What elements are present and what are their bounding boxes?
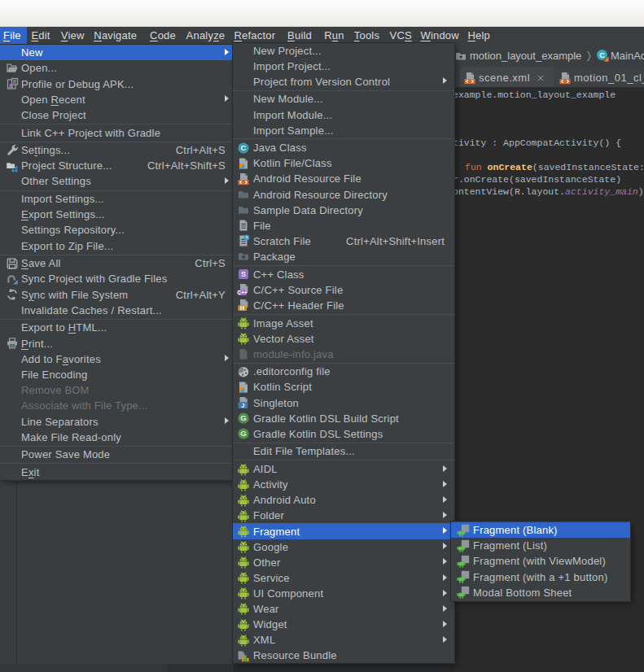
svg-text:C++: C++ bbox=[237, 290, 248, 295]
svg-text:C: C bbox=[240, 143, 246, 152]
svg-text:G: G bbox=[240, 414, 247, 423]
svg-text:S: S bbox=[241, 270, 246, 278]
svg-text:C: C bbox=[599, 51, 605, 59]
svg-text:J: J bbox=[241, 402, 244, 409]
svg-text:H: H bbox=[240, 305, 244, 311]
svg-text:G: G bbox=[240, 430, 247, 439]
